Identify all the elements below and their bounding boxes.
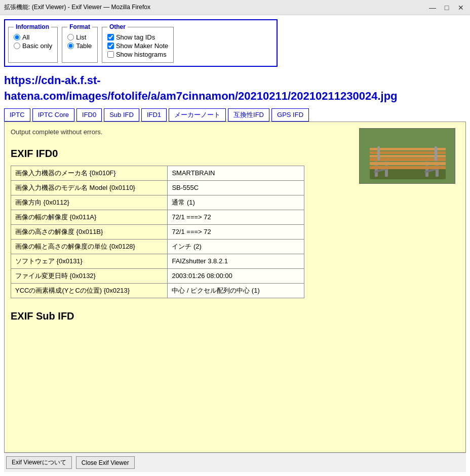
information-legend: Information — [14, 23, 51, 30]
cb-show-hist[interactable]: Show histograms — [107, 51, 168, 58]
svg-rect-15 — [435, 146, 437, 161]
tag-cell: ファイル変更日時 {0x0132} — [11, 268, 168, 283]
radio-table-input[interactable] — [67, 43, 74, 49]
value-cell: SB-555C — [168, 180, 304, 195]
exif-table-ifd0: 画像入力機器のメーカ名 {0x010F}SMARTBRAIN画像入力機器のモデル… — [11, 166, 304, 298]
tag-cell: 画像の幅と高さの解像度の単位 {0x0128} — [11, 239, 168, 254]
radio-all[interactable]: All — [14, 33, 52, 41]
tab-ifd1[interactable]: IFD1 — [141, 108, 167, 122]
radio-basic-label: Basic only — [22, 42, 52, 50]
tab-ifd0[interactable]: IFD0 — [76, 108, 102, 122]
svg-rect-11 — [370, 148, 446, 150]
cb-show-hist-label: Show histograms — [116, 51, 167, 58]
close-button[interactable]: ✕ — [456, 3, 466, 13]
value-cell: 72/1 ===> 72 — [168, 210, 304, 224]
tag-cell: YCCの画素構成(YとCの位置) {0x0213} — [11, 283, 168, 298]
radio-basic-input[interactable] — [14, 43, 20, 49]
value-cell: インチ (2) — [168, 239, 304, 254]
radio-list[interactable]: List — [67, 33, 92, 41]
value-cell: 中心 / ピクセル配列の中心 (1) — [168, 283, 304, 298]
radio-table-label: Table — [76, 42, 92, 50]
table-row: 画像入力機器のメーカ名 {0x010F}SMARTBRAIN — [11, 166, 304, 180]
tab-compat-ifd[interactable]: 互換性IFD — [228, 108, 269, 122]
about-button[interactable]: Exif Viewerについて — [6, 456, 72, 469]
close-exif-button[interactable]: Close Exif Viewer — [76, 456, 135, 469]
radio-all-input[interactable] — [14, 34, 20, 41]
table-row: ファイル変更日時 {0x0132}2003:01:26 08:00:00 — [11, 268, 304, 283]
titlebar: 拡張機能: (Exif Viewer) - Exif Viewer — Mozi… — [0, 0, 470, 15]
other-legend: Other — [107, 23, 128, 30]
value-cell: FAIZshutter 3.8.2.1 — [168, 254, 304, 268]
tag-cell: 画像入力機器のモデル名 Model {0x0110} — [11, 180, 168, 195]
footer-bar: Exif Viewerについて Close Exif Viewer — [4, 453, 466, 472]
value-cell: SMARTBRAIN — [168, 166, 304, 180]
maximize-button[interactable]: □ — [442, 3, 452, 13]
tag-cell: 画像入力機器のメーカ名 {0x010F} — [11, 166, 168, 180]
cb-show-tag-ids[interactable]: Show tag IDs — [107, 33, 168, 41]
tag-cell: 画像方向 {0x0112} — [11, 195, 168, 210]
table-row: 画像の幅と高さの解像度の単位 {0x0128}インチ (2) — [11, 239, 304, 254]
svg-rect-8 — [370, 158, 446, 161]
options-bar: Information All Basic only Format List T… — [4, 19, 278, 67]
table-row: 画像入力機器のモデル名 Model {0x0110}SB-555C — [11, 180, 304, 195]
format-group: Format List Table — [62, 23, 98, 63]
table-row: ソフトウェア {0x0131}FAIZshutter 3.8.2.1 — [11, 254, 304, 268]
section2-title: EXIF Sub IFD — [11, 310, 459, 322]
value-cell: 通常 (1) — [168, 195, 304, 210]
tag-cell: 画像の幅の解像度 {0x011A} — [11, 210, 168, 224]
window-title: 拡張機能: (Exif Viewer) - Exif Viewer — Mozi… — [4, 3, 427, 12]
other-group: Other Show tag IDs Show Maker Note Show … — [102, 23, 174, 63]
svg-rect-12 — [370, 151, 446, 154]
cb-show-hist-input[interactable] — [107, 51, 114, 58]
minimize-button[interactable]: — — [427, 3, 438, 13]
radio-basic[interactable]: Basic only — [14, 42, 52, 50]
radio-list-input[interactable] — [67, 34, 74, 41]
cb-show-maker-label: Show Maker Note — [116, 42, 168, 50]
cb-show-maker-input[interactable] — [107, 43, 114, 49]
table-row: 画像方向 {0x0112}通常 (1) — [11, 195, 304, 210]
tab-maker-note[interactable]: メーカーノート — [169, 108, 226, 122]
table-row: YCCの画素構成(YとCの位置) {0x0213}中心 / ピクセル配列の中心 … — [11, 283, 304, 298]
image-url-link[interactable]: https://cdn-ak.f.st-hatena.com/images/fo… — [4, 73, 466, 104]
window-controls: — □ ✕ — [427, 3, 466, 13]
format-legend: Format — [67, 23, 92, 30]
tab-sub-ifd[interactable]: Sub IFD — [104, 108, 139, 122]
tab-gps-ifd[interactable]: GPS IFD — [271, 108, 309, 122]
radio-table[interactable]: Table — [67, 42, 92, 50]
tag-cell: 画像の高さの解像度 {0x011B} — [11, 224, 168, 239]
value-cell: 2003:01:26 08:00:00 — [168, 268, 304, 283]
table-row: 画像の幅の解像度 {0x011A}72/1 ===> 72 — [11, 210, 304, 224]
value-cell: 72/1 ===> 72 — [168, 224, 304, 239]
tabs-bar: IPTC IPTC Core IFD0 Sub IFD IFD1 メーカーノート… — [4, 108, 466, 122]
information-group: Information All Basic only — [8, 23, 58, 63]
cb-show-maker[interactable]: Show Maker Note — [107, 42, 168, 50]
svg-rect-14 — [377, 146, 380, 161]
svg-rect-9 — [370, 162, 446, 165]
radio-all-label: All — [22, 33, 29, 41]
image-thumbnail — [359, 128, 455, 184]
tab-iptc-core[interactable]: IPTC Core — [32, 108, 74, 122]
content-area: Output complete without errors. EXIF IFD… — [4, 122, 466, 453]
cb-show-tag-ids-input[interactable] — [107, 34, 114, 41]
radio-list-label: List — [76, 33, 86, 41]
svg-rect-13 — [370, 155, 446, 157]
table-row: 画像の高さの解像度 {0x011B}72/1 ===> 72 — [11, 224, 304, 239]
main-content: Information All Basic only Format List T… — [0, 15, 470, 476]
tab-iptc[interactable]: IPTC — [4, 108, 30, 122]
tag-cell: ソフトウェア {0x0131} — [11, 254, 168, 268]
svg-rect-10 — [370, 166, 446, 169]
cb-show-tag-ids-label: Show tag IDs — [116, 33, 155, 41]
